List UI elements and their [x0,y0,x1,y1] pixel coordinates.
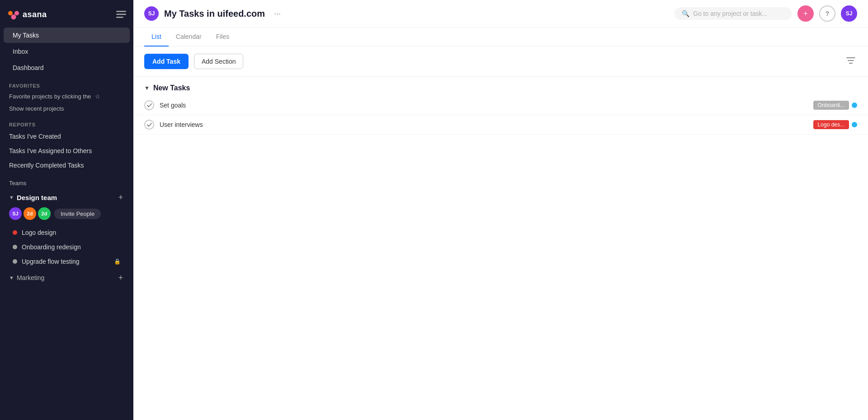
task-tags-user-interviews: Logo des... [813,120,857,129]
reports-header: Reports [0,115,133,129]
marketing-chevron-icon: ▼ [9,275,14,280]
project-upgrade-flow-testing[interactable]: Upgrade flow testing 🔒 [4,255,130,268]
project-onboarding-redesign[interactable]: Onboarding redesign [4,240,130,254]
team-chevron-icon: ▼ [9,195,14,200]
svg-rect-4 [116,14,126,15]
asana-logo-icon [7,8,20,21]
help-button[interactable]: ? [819,5,835,22]
tabs: List Calendar Files [133,28,868,47]
star-icon: ☆ [95,93,100,100]
sidebar: asana My Tasks Inbox Dashboard Favorites… [0,0,133,420]
favorites-header: Favorites [0,76,133,90]
add-to-design-team-button[interactable]: + [115,192,126,203]
design-team-name[interactable]: ▼ Design team [9,194,57,201]
show-recent-projects[interactable]: Show recent projects [0,103,133,115]
tasks-created-link[interactable]: Tasks I've Created [0,129,133,144]
svg-point-0 [11,14,16,19]
inbox-label: Inbox [13,48,28,55]
sidebar-nav-dashboard[interactable]: Dashboard [4,60,130,75]
task-tag-user-interviews: Logo des... [813,120,849,129]
sidebar-nav-inbox[interactable]: Inbox [4,44,130,59]
tab-calendar[interactable]: Calendar [169,28,209,47]
project-logo-design[interactable]: Logo design [4,226,130,239]
task-name-user-interviews: User interviews [160,121,808,128]
topbar-right: 🔍 Go to any project or task... + ? SJ [675,5,857,22]
more-options-button[interactable]: ··· [270,7,284,20]
tab-files[interactable]: Files [209,28,237,47]
filter-button[interactable] [844,55,857,69]
asana-logo-text: asana [23,10,47,19]
project-dot-logo-design [13,230,17,235]
avatar-2d-2[interactable]: 2d [38,207,51,220]
section-chevron-icon: ▼ [144,85,150,91]
toolbar-left: Add Task Add Section [144,54,243,69]
search-icon: 🔍 [682,10,689,17]
marketing-team[interactable]: ▼ Marketing [9,274,44,281]
avatar-sj[interactable]: SJ [9,207,22,220]
favorites-hint: Favorite projects by clicking the ☆ [0,90,133,103]
toolbar: Add Task Add Section [133,47,868,76]
team-members: SJ 2d 2d Invite People [0,206,133,225]
tasks-assigned-label: Tasks I've Assigned to Others [9,147,92,154]
add-to-marketing-button[interactable]: + [115,272,126,283]
task-row-user-interviews[interactable]: User interviews Logo des... [133,115,868,135]
favorites-hint-text: Favorite projects by clicking the [9,93,91,100]
task-row-set-goals[interactable]: Set goals Onboardi... [133,96,868,115]
tab-list[interactable]: List [144,28,169,47]
tasks-created-label: Tasks I've Created [9,133,61,140]
project-dot-upgrade [13,259,17,264]
svg-point-1 [8,11,13,15]
checkmark-icon-2 [147,123,152,127]
search-bar[interactable]: 🔍 Go to any project or task... [675,7,792,20]
invite-people-button[interactable]: Invite People [54,209,101,219]
recently-completed-label: Recently Completed Tasks [9,162,84,169]
project-dot-onboarding [13,245,17,249]
sidebar-header: asana [0,0,133,27]
filter-icon [846,56,855,65]
project-logo-design-label: Logo design [22,229,56,236]
teams-label: Teams [9,180,26,187]
lock-icon: 🔒 [114,258,121,265]
add-button[interactable]: + [797,5,814,22]
toolbar-right [844,55,857,69]
checkmark-icon [147,103,152,107]
project-onboarding-label: Onboarding redesign [22,243,81,251]
task-tags-set-goals: Onboardi... [813,101,857,110]
search-placeholder: Go to any project or task... [693,10,767,17]
avatar-2d-1[interactable]: 2d [24,207,36,220]
hamburger-icon [116,11,126,18]
dashboard-label: Dashboard [13,64,44,71]
user-avatar[interactable]: SJ [841,5,857,22]
task-check-set-goals[interactable] [144,100,154,110]
svg-point-2 [14,11,19,15]
teams-header-left[interactable]: Teams [9,180,26,187]
sidebar-nav-my-tasks[interactable]: My Tasks [4,28,130,43]
teams-header: Teams [0,173,133,190]
my-tasks-label: My Tasks [13,32,39,39]
task-dot-user-interviews [852,122,857,127]
tasks-assigned-link[interactable]: Tasks I've Assigned to Others [0,144,133,158]
svg-rect-5 [116,17,123,18]
svg-rect-3 [116,11,126,12]
topbar-left: SJ My Tasks in uifeed.com ··· [144,6,284,21]
sidebar-toggle-button[interactable] [116,11,126,18]
task-tag-set-goals: Onboardi... [813,101,849,110]
design-team-label: Design team [17,194,57,201]
new-tasks-section: ▼ New Tasks Set goals Onboardi... [133,77,868,135]
task-check-user-interviews[interactable] [144,120,154,130]
topbar: SJ My Tasks in uifeed.com ··· 🔍 Go to an… [133,0,868,28]
design-team-row: ▼ Design team + [0,190,133,206]
marketing-label: Marketing [17,274,44,281]
section-header-new-tasks[interactable]: ▼ New Tasks [133,77,868,96]
page-avatar: SJ [144,6,159,21]
task-dot-set-goals [852,103,857,108]
project-upgrade-label: Upgrade flow testing [22,258,80,265]
main-content: SJ My Tasks in uifeed.com ··· 🔍 Go to an… [133,0,868,420]
asana-logo[interactable]: asana [7,8,47,21]
page-title: My Tasks in uifeed.com [164,9,265,19]
recently-completed-link[interactable]: Recently Completed Tasks [0,158,133,173]
add-section-button[interactable]: Add Section [194,54,244,69]
section-title-new-tasks: New Tasks [153,84,190,92]
task-name-set-goals: Set goals [160,102,808,109]
add-task-button[interactable]: Add Task [144,54,189,69]
